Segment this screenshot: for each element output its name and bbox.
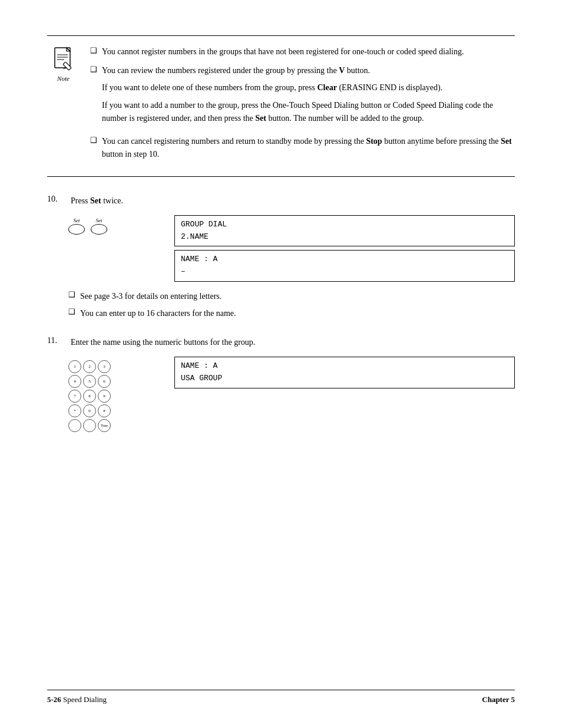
note-item-1-text: You cannot register numbers in the group…: [102, 45, 464, 58]
step-11-keypad: 1 2 3 4 5 6 7 8 9 * 0 #: [68, 357, 139, 432]
footer-section: Speed Dialing: [63, 695, 107, 704]
note-sub-item-1: If you want to delete one of these numbe…: [102, 81, 515, 94]
note-item-2: You can review the numbers registered un…: [90, 64, 515, 130]
set-btn-2-label: Set: [96, 218, 103, 223]
step11-lcd-line1: NAME : A: [181, 360, 508, 373]
note-list: You cannot register numbers in the group…: [90, 45, 515, 161]
key-0[interactable]: 0: [83, 404, 96, 417]
step-11-line: 11. Enter the name using the numeric but…: [47, 336, 515, 348]
step-10-buttons: Set Set: [68, 215, 139, 235]
key-tone[interactable]: Tone: [98, 419, 111, 432]
note-svg: [50, 45, 77, 73]
step-11-lcd-col: NAME : A USA GROUP: [174, 357, 515, 388]
note-item-1: You cannot register numbers in the group…: [90, 45, 515, 58]
note-sub-item-2: If you want to add a number to the group…: [102, 99, 515, 124]
step-11-text: Enter the name using the numeric buttons…: [71, 336, 255, 348]
step-10-line: 10. Press Set twice.: [47, 195, 515, 207]
set-btn-1-label: Set: [74, 218, 80, 223]
key-9[interactable]: 9: [98, 390, 111, 403]
note-item-3-text: You can cancel registering numbers and r…: [102, 135, 515, 160]
note-content: You cannot register numbers in the group…: [90, 45, 515, 167]
page: Note You cannot register numbers in the …: [0, 0, 562, 728]
key-star[interactable]: *: [68, 404, 81, 417]
key-5[interactable]: 5: [83, 375, 96, 388]
note-icon: [50, 45, 77, 73]
lcd1-line2: 2.NAME: [181, 231, 508, 243]
step-10-bullet-2: You can enter up to 16 characters for th…: [68, 307, 515, 320]
key-2[interactable]: 2: [83, 360, 96, 373]
step-10-lcd-2: NAME : A –: [174, 250, 515, 282]
key-1[interactable]: 1: [68, 360, 81, 373]
set-btn-1[interactable]: Set: [68, 218, 85, 235]
step-10-number: 10.: [47, 195, 65, 204]
set-btn-2[interactable]: Set: [91, 218, 107, 235]
key-hash[interactable]: #: [98, 404, 111, 417]
key-3[interactable]: 3: [98, 360, 111, 373]
footer: 5-26 Speed Dialing Chapter 5: [47, 690, 515, 704]
key-empty-2: [83, 419, 96, 432]
set-btn-1-oval[interactable]: [68, 224, 85, 235]
key-8[interactable]: 8: [83, 390, 96, 403]
key-7[interactable]: 7: [68, 390, 81, 403]
key-6[interactable]: 6: [98, 375, 111, 388]
lcd2-line1: NAME : A: [181, 253, 508, 266]
set-btn-2-oval[interactable]: [91, 224, 107, 235]
step-10-bullet-1-text: See page 3-3 for details on entering let…: [80, 290, 222, 303]
step-10-lcd-col: GROUP DIAL 2.NAME NAME : A –: [174, 215, 515, 282]
step-11-content-row: 1 2 3 4 5 6 7 8 9 * 0 #: [68, 357, 515, 432]
note-section: Note You cannot register numbers in the …: [47, 35, 515, 177]
note-icon-wrap: Note: [47, 45, 80, 167]
step-11-lcd: NAME : A USA GROUP: [174, 357, 515, 388]
footer-chapter: Chapter 5: [482, 695, 515, 704]
step-11-section: 11. Enter the name using the numeric but…: [47, 336, 515, 432]
step-10-section: 10. Press Set twice. Set Set: [47, 195, 515, 320]
step-10-bullet-2-text: You can enter up to 16 characters for th…: [80, 307, 236, 320]
step-10-lcd-1: GROUP DIAL 2.NAME: [174, 215, 515, 247]
footer-right: Chapter 5: [482, 695, 515, 704]
key-empty-1: [68, 419, 81, 432]
keypad-grid: 1 2 3 4 5 6 7 8 9 * 0 #: [68, 360, 111, 432]
lcd2-line2: –: [181, 266, 508, 278]
step-10-content-row: Set Set GROUP DIAL 2.NAME NAME: [68, 215, 515, 282]
step-10-text: Press Set twice.: [71, 195, 123, 207]
key-4[interactable]: 4: [68, 375, 81, 388]
note-sub-list: If you want to delete one of these numbe…: [102, 81, 515, 124]
footer-page-num: 5-26: [47, 695, 61, 704]
step-10-bullet-1: See page 3-3 for details on entering let…: [68, 290, 515, 303]
set-buttons-row: Set Set: [68, 218, 107, 235]
note-item-2-text: You can review the numbers registered un…: [102, 66, 370, 75]
step-11-number: 11.: [47, 336, 65, 345]
note-label: Note: [57, 75, 70, 82]
note-item-3: You can cancel registering numbers and r…: [90, 135, 515, 160]
step-10-bullets: See page 3-3 for details on entering let…: [68, 290, 515, 319]
footer-left: 5-26 Speed Dialing: [47, 695, 107, 704]
step11-lcd-line2: USA GROUP: [181, 373, 508, 385]
lcd1-line1: GROUP DIAL: [181, 219, 508, 231]
